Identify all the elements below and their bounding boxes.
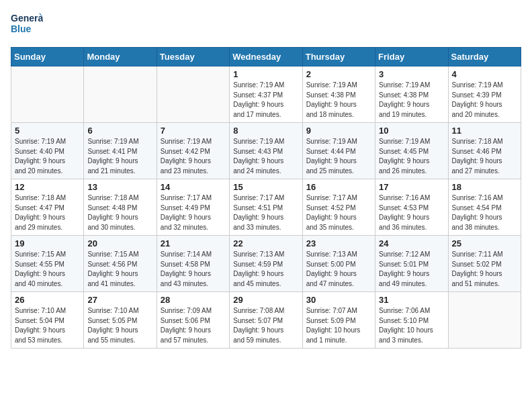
day-info: Sunrise: 7:11 AM Sunset: 5:02 PM Dayligh…	[452, 250, 517, 289]
calendar-cell: 13Sunrise: 7:18 AM Sunset: 4:48 PM Dayli…	[84, 179, 157, 236]
day-info: Sunrise: 7:09 AM Sunset: 5:06 PM Dayligh…	[161, 306, 226, 345]
calendar-cell: 11Sunrise: 7:18 AM Sunset: 4:46 PM Dayli…	[448, 123, 521, 179]
day-number: 1	[233, 69, 298, 79]
day-number: 3	[379, 69, 444, 79]
day-info: Sunrise: 7:19 AM Sunset: 4:41 PM Dayligh…	[87, 137, 152, 176]
day-info: Sunrise: 7:16 AM Sunset: 4:54 PM Dayligh…	[452, 193, 517, 232]
day-number: 5	[15, 126, 80, 136]
calendar-cell: 26Sunrise: 7:10 AM Sunset: 5:04 PM Dayli…	[11, 292, 84, 349]
day-info: Sunrise: 7:12 AM Sunset: 5:01 PM Dayligh…	[379, 250, 444, 289]
calendar-cell: 17Sunrise: 7:16 AM Sunset: 4:53 PM Dayli…	[375, 179, 448, 236]
calendar-cell: 12Sunrise: 7:18 AM Sunset: 4:47 PM Dayli…	[11, 179, 84, 236]
svg-text:Blue: Blue	[11, 24, 32, 34]
day-info: Sunrise: 7:19 AM Sunset: 4:45 PM Dayligh…	[379, 137, 444, 176]
calendar-cell: 6Sunrise: 7:19 AM Sunset: 4:41 PM Daylig…	[84, 123, 157, 179]
calendar-cell: 22Sunrise: 7:13 AM Sunset: 4:59 PM Dayli…	[230, 236, 302, 292]
day-info: Sunrise: 7:13 AM Sunset: 4:59 PM Dayligh…	[233, 250, 298, 289]
day-number: 8	[233, 126, 298, 136]
day-info: Sunrise: 7:19 AM Sunset: 4:37 PM Dayligh…	[233, 81, 298, 120]
day-number: 29	[233, 295, 298, 305]
calendar-cell: 14Sunrise: 7:17 AM Sunset: 4:49 PM Dayli…	[157, 179, 229, 236]
day-number: 2	[306, 69, 371, 79]
header-day: Saturday	[448, 48, 521, 66]
calendar-cell: 15Sunrise: 7:17 AM Sunset: 4:51 PM Dayli…	[230, 179, 302, 236]
day-info: Sunrise: 7:19 AM Sunset: 4:42 PM Dayligh…	[161, 137, 226, 176]
day-number: 7	[161, 126, 226, 136]
calendar-cell: 2Sunrise: 7:19 AM Sunset: 4:38 PM Daylig…	[302, 66, 375, 123]
calendar-week: 5Sunrise: 7:19 AM Sunset: 4:40 PM Daylig…	[11, 123, 521, 179]
day-info: Sunrise: 7:10 AM Sunset: 5:04 PM Dayligh…	[15, 306, 80, 345]
day-info: Sunrise: 7:17 AM Sunset: 4:52 PM Dayligh…	[306, 193, 371, 232]
calendar-cell: 3Sunrise: 7:19 AM Sunset: 4:38 PM Daylig…	[375, 66, 448, 123]
header-day: Wednesday	[230, 48, 302, 66]
calendar-week: 26Sunrise: 7:10 AM Sunset: 5:04 PM Dayli…	[11, 292, 521, 349]
day-number: 31	[379, 295, 444, 305]
day-number: 25	[452, 238, 517, 248]
day-number: 21	[161, 238, 226, 248]
day-info: Sunrise: 7:17 AM Sunset: 4:49 PM Dayligh…	[161, 193, 226, 232]
header-row: SundayMondayTuesdayWednesdayThursdayFrid…	[11, 48, 521, 66]
day-info: Sunrise: 7:07 AM Sunset: 5:09 PM Dayligh…	[306, 306, 371, 345]
calendar-cell: 8Sunrise: 7:19 AM Sunset: 4:43 PM Daylig…	[230, 123, 302, 179]
calendar-cell: 20Sunrise: 7:15 AM Sunset: 4:56 PM Dayli…	[84, 236, 157, 292]
page-header: General Blue	[11, 11, 521, 39]
day-number: 23	[306, 238, 371, 248]
day-info: Sunrise: 7:18 AM Sunset: 4:48 PM Dayligh…	[87, 193, 152, 232]
calendar-cell	[157, 66, 229, 123]
day-info: Sunrise: 7:18 AM Sunset: 4:47 PM Dayligh…	[15, 193, 80, 232]
day-info: Sunrise: 7:06 AM Sunset: 5:10 PM Dayligh…	[379, 306, 444, 345]
svg-text:General: General	[11, 13, 43, 24]
day-info: Sunrise: 7:19 AM Sunset: 4:40 PM Dayligh…	[15, 137, 80, 176]
day-number: 18	[452, 182, 517, 192]
day-info: Sunrise: 7:15 AM Sunset: 4:55 PM Dayligh…	[15, 250, 80, 289]
day-info: Sunrise: 7:17 AM Sunset: 4:51 PM Dayligh…	[233, 193, 298, 232]
header-day: Thursday	[302, 48, 375, 66]
calendar-cell	[84, 66, 157, 123]
day-number: 22	[233, 238, 298, 248]
logo: General Blue	[11, 11, 43, 39]
day-number: 26	[15, 295, 80, 305]
calendar-cell: 28Sunrise: 7:09 AM Sunset: 5:06 PM Dayli…	[157, 292, 229, 349]
calendar-cell: 7Sunrise: 7:19 AM Sunset: 4:42 PM Daylig…	[157, 123, 229, 179]
calendar-cell	[11, 66, 84, 123]
day-number: 24	[379, 238, 444, 248]
calendar-cell: 30Sunrise: 7:07 AM Sunset: 5:09 PM Dayli…	[302, 292, 375, 349]
calendar-table: SundayMondayTuesdayWednesdayThursdayFrid…	[11, 47, 521, 349]
calendar-cell: 24Sunrise: 7:12 AM Sunset: 5:01 PM Dayli…	[375, 236, 448, 292]
calendar-cell	[448, 292, 521, 349]
calendar-cell: 21Sunrise: 7:14 AM Sunset: 4:58 PM Dayli…	[157, 236, 229, 292]
day-number: 11	[452, 126, 517, 136]
day-number: 10	[379, 126, 444, 136]
header-day: Sunday	[11, 48, 84, 66]
day-number: 27	[87, 295, 152, 305]
day-number: 30	[306, 295, 371, 305]
day-number: 17	[379, 182, 444, 192]
calendar-cell: 4Sunrise: 7:19 AM Sunset: 4:39 PM Daylig…	[448, 66, 521, 123]
calendar-cell: 9Sunrise: 7:19 AM Sunset: 4:44 PM Daylig…	[302, 123, 375, 179]
day-info: Sunrise: 7:16 AM Sunset: 4:53 PM Dayligh…	[379, 193, 444, 232]
calendar-cell: 1Sunrise: 7:19 AM Sunset: 4:37 PM Daylig…	[230, 66, 302, 123]
day-info: Sunrise: 7:19 AM Sunset: 4:44 PM Dayligh…	[306, 137, 371, 176]
day-info: Sunrise: 7:19 AM Sunset: 4:38 PM Dayligh…	[379, 81, 444, 120]
day-number: 4	[452, 69, 517, 79]
calendar-cell: 10Sunrise: 7:19 AM Sunset: 4:45 PM Dayli…	[375, 123, 448, 179]
day-number: 13	[87, 182, 152, 192]
day-info: Sunrise: 7:19 AM Sunset: 4:39 PM Dayligh…	[452, 81, 517, 120]
header-day: Monday	[84, 48, 157, 66]
day-info: Sunrise: 7:19 AM Sunset: 4:38 PM Dayligh…	[306, 81, 371, 120]
day-info: Sunrise: 7:08 AM Sunset: 5:07 PM Dayligh…	[233, 306, 298, 345]
day-info: Sunrise: 7:13 AM Sunset: 5:00 PM Dayligh…	[306, 250, 371, 289]
day-number: 15	[233, 182, 298, 192]
calendar-week: 1Sunrise: 7:19 AM Sunset: 4:37 PM Daylig…	[11, 66, 521, 123]
calendar-cell: 19Sunrise: 7:15 AM Sunset: 4:55 PM Dayli…	[11, 236, 84, 292]
day-info: Sunrise: 7:10 AM Sunset: 5:05 PM Dayligh…	[87, 306, 152, 345]
day-info: Sunrise: 7:19 AM Sunset: 4:43 PM Dayligh…	[233, 137, 298, 176]
day-number: 28	[161, 295, 226, 305]
day-number: 9	[306, 126, 371, 136]
calendar-cell: 29Sunrise: 7:08 AM Sunset: 5:07 PM Dayli…	[230, 292, 302, 349]
day-number: 12	[15, 182, 80, 192]
header-day: Tuesday	[157, 48, 229, 66]
day-info: Sunrise: 7:18 AM Sunset: 4:46 PM Dayligh…	[452, 137, 517, 176]
calendar-cell: 5Sunrise: 7:19 AM Sunset: 4:40 PM Daylig…	[11, 123, 84, 179]
day-number: 16	[306, 182, 371, 192]
